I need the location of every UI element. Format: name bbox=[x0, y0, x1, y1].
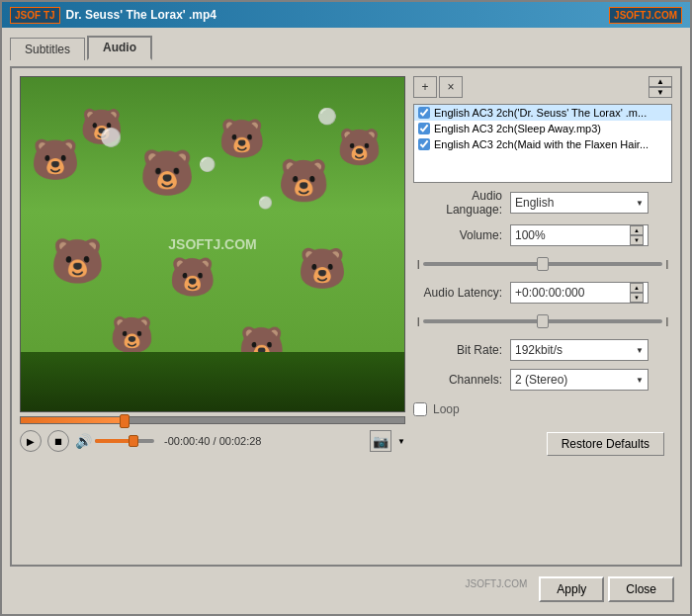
channels-row: Channels: 2 (Stereo) ▼ bbox=[413, 369, 672, 391]
settings-section: + × ▲ ▼ English AC3 2ch('Dr. Seuss' The … bbox=[413, 76, 672, 557]
volume-spinner[interactable]: 100% ▲ ▼ bbox=[510, 224, 649, 246]
camera-dropdown-icon[interactable]: ▼ bbox=[397, 437, 405, 446]
footer-buttons: JSOFTJ.COM Apply Close bbox=[10, 572, 682, 606]
latency-slider-track[interactable] bbox=[423, 319, 661, 323]
title-bar-right: JSOFTJ.COM bbox=[609, 7, 682, 24]
play-button[interactable]: ▶ bbox=[20, 430, 42, 452]
latency-slider-left-mark: | bbox=[417, 316, 419, 326]
audio-latency-spinner[interactable]: +0:00:00:000 ▲ ▼ bbox=[510, 282, 649, 304]
progress-fill bbox=[21, 417, 125, 423]
channels-dropdown[interactable]: 2 (Stereo) ▼ bbox=[510, 369, 649, 391]
track-down-button[interactable]: ▼ bbox=[649, 87, 672, 98]
logo-left: JSOF TJ bbox=[10, 7, 60, 24]
volume-label: Volume: bbox=[413, 228, 502, 242]
apply-button[interactable]: Apply bbox=[539, 576, 604, 602]
audio-language-label: Audio Language: bbox=[413, 189, 502, 217]
loop-row: Loop bbox=[413, 398, 672, 420]
add-track-button[interactable]: + bbox=[413, 76, 437, 98]
volume-value: 100% bbox=[515, 228, 630, 242]
footer-watermarks: JSOFTJ.COM bbox=[458, 576, 536, 602]
volume-down-button[interactable]: ▼ bbox=[630, 235, 644, 245]
bit-rate-label: Bit Rate: bbox=[413, 343, 502, 357]
track-list[interactable]: English AC3 2ch('Dr. Seuss' The Lorax' .… bbox=[413, 104, 672, 183]
track-item-2[interactable]: English AC3 2ch(Sleep Away.mp3) bbox=[414, 121, 671, 136]
track-up-button[interactable]: ▲ bbox=[649, 76, 672, 87]
volume-thumb[interactable] bbox=[129, 435, 138, 447]
video-frame: 🐻 🐻 🐻 🐻 🐻 🐻 🐻 🐻 🐻 🐻 🐻 ⚪ ⚪ bbox=[20, 76, 405, 412]
main-panel: 🐻 🐻 🐻 🐻 🐻 🐻 🐻 🐻 🐻 🐻 🐻 ⚪ ⚪ bbox=[10, 66, 682, 567]
track-item-3[interactable]: English AC3 2ch(Maid with the Flaxen Hai… bbox=[414, 136, 671, 152]
audio-language-value: English bbox=[515, 196, 636, 210]
bottom-buttons: Restore Defaults bbox=[413, 426, 672, 460]
track-label-3: English AC3 2ch(Maid with the Flaxen Hai… bbox=[434, 138, 649, 150]
audio-language-dropdown[interactable]: English ▼ bbox=[510, 192, 649, 214]
time-display: -00:00:40 / 00:02:28 bbox=[164, 435, 262, 447]
volume-slider-left-mark: | bbox=[417, 259, 419, 269]
volume-area: 🔊 bbox=[75, 433, 154, 449]
bit-rate-value: 192kbit/s bbox=[515, 343, 636, 357]
track-label-2: English AC3 2ch(Sleep Away.mp3) bbox=[434, 123, 601, 134]
window-title: Dr. Seuss' The Lorax' .mp4 bbox=[66, 8, 216, 22]
title-bar: JSOF TJ Dr. Seuss' The Lorax' .mp4 JSOFT… bbox=[2, 2, 690, 28]
close-button[interactable]: Close bbox=[608, 576, 674, 602]
volume-slider[interactable] bbox=[95, 439, 154, 443]
restore-defaults-button[interactable]: Restore Defaults bbox=[547, 432, 664, 456]
settings-grid: Audio Language: English ▼ Volume: 100% ▲ bbox=[413, 189, 672, 420]
latency-slider-thumb[interactable] bbox=[537, 314, 549, 328]
main-window: JSOF TJ Dr. Seuss' The Lorax' .mp4 JSOFT… bbox=[0, 0, 692, 616]
audio-latency-down-button[interactable]: ▼ bbox=[630, 293, 644, 303]
track-checkbox-3[interactable] bbox=[418, 138, 430, 150]
content-area: Subtitles Audio 🐻 🐻 🐻 🐻 🐻 🐻 🐻 bbox=[2, 28, 690, 614]
time-current: -00:00:40 bbox=[164, 435, 210, 447]
bit-rate-row: Bit Rate: 192kbit/s ▼ bbox=[413, 339, 672, 361]
logo-right: JSOFTJ.COM bbox=[609, 7, 682, 24]
audio-latency-up-button[interactable]: ▲ bbox=[630, 283, 644, 293]
track-label-1: English AC3 2ch('Dr. Seuss' The Lorax' .… bbox=[434, 107, 647, 119]
footer-left-logo: JSOFTJ.COM bbox=[466, 578, 528, 600]
audio-language-row: Audio Language: English ▼ bbox=[413, 189, 672, 217]
channels-dropdown-icon: ▼ bbox=[636, 376, 644, 385]
video-section: 🐻 🐻 🐻 🐻 🐻 🐻 🐻 🐻 🐻 🐻 🐻 ⚪ ⚪ bbox=[20, 76, 405, 557]
track-order-buttons: ▲ ▼ bbox=[649, 76, 672, 98]
audio-latency-row: Audio Latency: +0:00:00:000 ▲ ▼ bbox=[413, 282, 672, 304]
time-total: 00:02:28 bbox=[219, 435, 262, 447]
audio-language-dropdown-icon: ▼ bbox=[636, 199, 644, 208]
loop-label: Loop bbox=[433, 402, 460, 416]
progress-bar[interactable] bbox=[20, 416, 405, 424]
volume-up-button[interactable]: ▲ bbox=[630, 225, 644, 235]
time-separator: / bbox=[214, 435, 216, 447]
video-watermark: JSOFTJ.COM bbox=[168, 236, 256, 252]
snapshot-button[interactable]: 📷 bbox=[370, 430, 391, 452]
tabs-row: Subtitles Audio bbox=[10, 36, 682, 60]
volume-icon: 🔊 bbox=[75, 433, 92, 449]
stop-button[interactable]: ⏹ bbox=[47, 430, 69, 452]
tab-subtitles[interactable]: Subtitles bbox=[10, 38, 85, 60]
volume-slider-thumb[interactable] bbox=[537, 257, 549, 271]
controls-row: ▶ ⏹ 🔊 -00:00:40 / 00:02:28 📷 bbox=[20, 428, 405, 454]
volume-spinner-buttons: ▲ ▼ bbox=[630, 225, 644, 245]
latency-slider-right-mark: | bbox=[666, 316, 668, 326]
volume-slider-right-mark: | bbox=[666, 259, 668, 269]
latency-range-slider[interactable]: | | bbox=[413, 311, 672, 331]
track-checkbox-2[interactable] bbox=[418, 123, 430, 134]
volume-range-slider[interactable]: | | bbox=[413, 254, 672, 274]
audio-latency-spinner-buttons: ▲ ▼ bbox=[630, 283, 644, 303]
bit-rate-dropdown[interactable]: 192kbit/s ▼ bbox=[510, 339, 649, 361]
loop-checkbox[interactable] bbox=[413, 402, 427, 416]
audio-latency-label: Audio Latency: bbox=[413, 286, 502, 300]
track-checkbox-1[interactable] bbox=[418, 107, 430, 119]
bit-rate-dropdown-icon: ▼ bbox=[636, 346, 644, 355]
tab-audio[interactable]: Audio bbox=[87, 36, 152, 60]
track-item-1[interactable]: English AC3 2ch('Dr. Seuss' The Lorax' .… bbox=[414, 105, 671, 121]
audio-latency-value: +0:00:00:000 bbox=[515, 286, 630, 300]
remove-track-button[interactable]: × bbox=[439, 76, 463, 98]
title-bar-left: JSOF TJ Dr. Seuss' The Lorax' .mp4 bbox=[10, 7, 216, 24]
channels-label: Channels: bbox=[413, 373, 502, 387]
channels-value: 2 (Stereo) bbox=[515, 373, 636, 387]
track-toolbar: + × ▲ ▼ bbox=[413, 76, 672, 98]
progress-thumb[interactable] bbox=[120, 414, 130, 428]
volume-slider-track[interactable] bbox=[423, 262, 661, 266]
volume-row: Volume: 100% ▲ ▼ bbox=[413, 224, 672, 246]
